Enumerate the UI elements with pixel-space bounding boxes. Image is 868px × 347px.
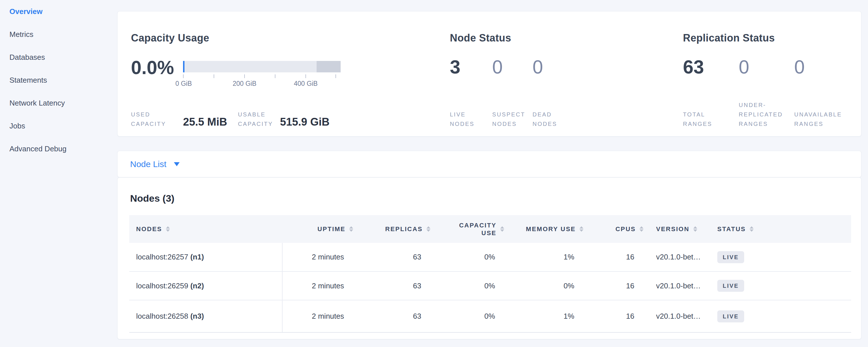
version-cell: v20.1.0-bet…: [645, 300, 708, 333]
table-header-row: NODES UPTIME REPLICAS CAPACITY USE: [129, 215, 851, 243]
sort-icon[interactable]: [166, 226, 170, 232]
sort-icon[interactable]: [500, 226, 504, 232]
uptime-cell: 2 minutes: [282, 272, 355, 300]
uptime-cell: 2 minutes: [282, 243, 355, 272]
chevron-down-icon: [174, 162, 180, 166]
sort-icon[interactable]: [580, 226, 583, 232]
under-replicated-ranges-count: 0: [739, 57, 749, 77]
nodes-table-title: Nodes (3): [130, 193, 175, 204]
sort-icon[interactable]: [640, 226, 644, 232]
axis-tick-label: 200 GiB: [232, 80, 256, 88]
memory-use-cell: 0%: [506, 272, 585, 300]
sidebar-item-advanced-debug[interactable]: Advanced Debug: [9, 137, 113, 160]
total-ranges-count: 63: [683, 57, 704, 77]
memory-use-cell: 1%: [506, 300, 585, 333]
status-cell: LIVE: [708, 272, 851, 300]
uptime-cell: 2 minutes: [282, 300, 355, 333]
column-header-version[interactable]: VERSION: [645, 215, 708, 243]
axis-tick: [275, 74, 275, 78]
status-badge: LIVE: [717, 251, 744, 263]
capacity-gauge-track: [183, 61, 341, 72]
usable-capacity-label: USABLE CAPACITY: [238, 110, 273, 129]
table-row-node-n2[interactable]: localhost:26259 (n2) 2 minutes 63 0% 0% …: [129, 272, 851, 300]
column-header-status[interactable]: STATUS: [708, 215, 851, 243]
capacity-gauge-used-marker: [183, 61, 184, 72]
capacity-use-cell: 0%: [432, 272, 506, 300]
under-replicated-ranges-label: UNDER- REPLICATED RANGES: [739, 100, 783, 129]
capacity-gauge: 0 GiB 200 GiB 400 GiB: [183, 61, 341, 92]
dead-nodes-count: 0: [532, 57, 543, 77]
replicas-cell: 63: [355, 243, 432, 272]
sidebar-item-databases[interactable]: Databases: [9, 46, 113, 69]
sort-icon[interactable]: [427, 226, 430, 232]
axis-tick-label: 400 GiB: [294, 80, 317, 88]
axis-tick: [336, 74, 336, 78]
capacity-gauge-reserved-segment: [317, 61, 341, 72]
capacity-use-cell: 0%: [432, 243, 506, 272]
capacity-use-cell: 0%: [432, 300, 506, 333]
total-ranges-label: TOTAL RANGES: [683, 110, 712, 129]
version-cell: v20.1.0-bet…: [645, 243, 708, 272]
sort-icon[interactable]: [750, 226, 753, 232]
sidebar: Overview Metrics Databases Statements Ne…: [9, 0, 113, 160]
status-cell: LIVE: [708, 243, 851, 272]
live-nodes-count: 3: [450, 57, 461, 77]
replication-status-title: Replication Status: [683, 32, 775, 44]
node-list-dropdown-label: Node List: [130, 159, 166, 169]
dead-nodes-label: DEAD NODES: [532, 110, 557, 129]
sidebar-item-jobs[interactable]: Jobs: [9, 115, 113, 137]
table-row-node-n3[interactable]: localhost:26258 (n3) 2 minutes 63 0% 1% …: [129, 300, 851, 333]
axis-tick: [214, 74, 214, 78]
nodes-table-card: Nodes (3) NODES UPTIME RE: [117, 177, 861, 339]
cpus-cell: 16: [585, 272, 645, 300]
status-cell: LIVE: [708, 300, 851, 333]
status-badge: LIVE: [717, 310, 744, 322]
capacity-usage-panel: Capacity Usage 0.0% 0 GiB 200 GiB 400 Gi…: [131, 11, 450, 136]
node-address-cell: localhost:26258 (n3): [129, 300, 282, 333]
used-capacity-value: 25.5 MiB: [183, 116, 227, 128]
node-list-dropdown[interactable]: Node List: [130, 159, 180, 169]
table-row-node-n1[interactable]: localhost:26257 (n1) 2 minutes 63 0% 1% …: [129, 243, 851, 272]
sidebar-item-statements[interactable]: Statements: [9, 69, 113, 92]
node-address-cell: localhost:26259 (n2): [129, 272, 282, 300]
replication-status-panel: Replication Status 63 0 0 TOTAL RANGES U…: [683, 11, 859, 136]
column-header-cpus[interactable]: CPUS: [585, 215, 645, 243]
cockroachdb-overview-page: Overview Metrics Databases Statements Ne…: [0, 0, 868, 347]
version-cell: v20.1.0-bet…: [645, 272, 708, 300]
node-status-panel: Node Status 3 0 0 LIVE NODES SUSPECT NOD…: [450, 11, 679, 136]
axis-tick-label: 0 GiB: [175, 80, 192, 88]
replicas-cell: 63: [355, 300, 432, 333]
memory-use-cell: 1%: [506, 243, 585, 272]
column-header-uptime[interactable]: UPTIME: [282, 215, 355, 243]
axis-tick: [305, 74, 306, 78]
column-header-memory-use[interactable]: MEMORY USE: [506, 215, 585, 243]
cpus-cell: 16: [585, 243, 645, 272]
column-header-replicas[interactable]: REPLICAS: [355, 215, 432, 243]
usable-capacity-value: 515.9 GiB: [280, 116, 330, 128]
sidebar-item-network-latency[interactable]: Network Latency: [9, 92, 113, 115]
axis-tick: [183, 74, 184, 78]
nodes-table: NODES UPTIME REPLICAS CAPACITY USE: [129, 215, 851, 333]
sort-icon[interactable]: [349, 226, 353, 232]
used-capacity-label: USED CAPACITY: [131, 110, 166, 129]
replicas-cell: 63: [355, 272, 432, 300]
cpus-cell: 16: [585, 300, 645, 333]
node-address-cell: localhost:26257 (n1): [129, 243, 282, 272]
sidebar-item-overview[interactable]: Overview: [9, 0, 113, 23]
suspect-nodes-count: 0: [492, 57, 503, 77]
node-status-title: Node Status: [450, 32, 511, 44]
capacity-used-percent: 0.0%: [131, 57, 174, 78]
column-header-capacity-use[interactable]: CAPACITY USE: [432, 215, 506, 243]
unavailable-ranges-label: UNAVAILABLE RANGES: [794, 110, 842, 129]
view-selector-card: Node List: [117, 151, 861, 177]
unavailable-ranges-count: 0: [794, 57, 805, 77]
sort-icon[interactable]: [693, 226, 697, 232]
column-header-nodes[interactable]: NODES: [129, 215, 282, 243]
axis-tick: [244, 74, 245, 78]
status-badge: LIVE: [717, 280, 744, 292]
capacity-usage-title: Capacity Usage: [131, 32, 209, 44]
sidebar-item-metrics[interactable]: Metrics: [9, 23, 113, 46]
cluster-summary-card: Capacity Usage 0.0% 0 GiB 200 GiB 400 Gi…: [117, 11, 861, 136]
suspect-nodes-label: SUSPECT NODES: [492, 110, 525, 129]
live-nodes-label: LIVE NODES: [450, 110, 474, 129]
